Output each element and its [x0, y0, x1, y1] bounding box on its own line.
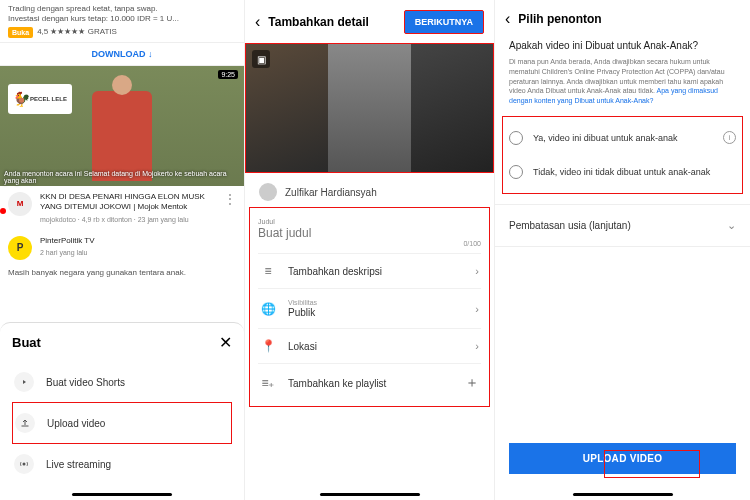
option-live[interactable]: Live streaming [12, 444, 232, 484]
header: ‹ Tambahkan detail BERIKUTNYA [245, 0, 494, 44]
plus-icon[interactable]: ＋ [465, 374, 479, 392]
option-label: Live streaming [46, 459, 111, 470]
promo-text: Trading dengan spread ketat, tanpa swap. [8, 4, 236, 14]
row-label: Tambahkan ke playlist [288, 378, 453, 389]
title-field[interactable]: Judul Buat judul 0/100 [258, 212, 481, 253]
description-icon: ≡ [260, 264, 276, 278]
channel-avatar[interactable]: M [8, 192, 32, 216]
screen-add-detail: ‹ Tambahkan detail BERIKUTNYA ▣ Zulfikar… [245, 0, 495, 500]
row-value: Publik [288, 307, 463, 318]
more-icon[interactable]: ⋮ [224, 192, 236, 206]
field-label: Judul [258, 218, 481, 225]
question-text: Apakah video ini Dibuat untuk Anak-Anak? [495, 38, 750, 53]
radio-icon [509, 131, 523, 145]
playlist-row[interactable]: ≡₊ Tambahkan ke playlist ＋ [258, 363, 481, 402]
thumbnail-presenter [92, 91, 152, 181]
user-row: Zulfikar Hardiansyah [245, 173, 494, 207]
row-label: Tambahkan deskripsi [288, 266, 463, 277]
header-title: Pilih penonton [518, 12, 740, 26]
chevron-right-icon: › [475, 340, 479, 352]
screen-home: Trading dengan spread ketat, tanpa swap.… [0, 0, 245, 500]
create-sheet: Buat ✕ Buat video Shorts Upload video Li… [0, 322, 244, 500]
screen-audience: ‹ Pilih penonton Apakah video ini Dibuat… [495, 0, 750, 500]
chevron-right-icon: › [475, 265, 479, 277]
info-icon[interactable]: i [723, 131, 736, 144]
user-name: Zulfikar Hardiansyah [285, 187, 377, 198]
radio-no[interactable]: Tidak, video ini tidak dibuat untuk anak… [509, 155, 736, 189]
live-icon [14, 454, 34, 474]
frame [328, 44, 410, 172]
sheet-title: Buat [12, 335, 41, 350]
next-button[interactable]: BERIKUTNYA [404, 10, 484, 34]
video-thumbnail[interactable]: 🐓PECEL LELE 9:25 Anda menonton acara ini… [0, 66, 244, 186]
live-dot-icon [0, 208, 6, 214]
frame [411, 44, 493, 172]
download-button[interactable]: DOWNLOAD ↓ [0, 43, 244, 66]
option-label: Buat video Shorts [46, 377, 125, 388]
misc-text: Masih banyak negara yang gunakan tentara… [0, 266, 244, 279]
video-item[interactable]: M KKN DI DESA PENARI HINGGA ELON MUSK YA… [0, 186, 244, 230]
audience-radios: Ya, video ini dibuat untuk anak-anak i T… [502, 116, 743, 194]
description-text: Di mana pun Anda berada, Anda diwajibkan… [495, 57, 750, 106]
details-section: Judul Buat judul 0/100 ≡ Tambahkan deskr… [249, 207, 490, 407]
row-label: Lokasi [288, 341, 463, 352]
age-restriction-row[interactable]: Pembatasan usia (lanjutan) ⌄ [495, 204, 750, 247]
home-indicator [320, 493, 420, 496]
row-sublabel: Visibilitas [288, 299, 463, 306]
video-title: KKN DI DESA PENARI HINGGA ELON MUSK YANG… [40, 192, 216, 213]
promo-text2: Investasi dengan kurs tetap: 10.000 IDR … [8, 14, 236, 24]
field-value: Buat judul [258, 226, 481, 240]
channel-time: 2 hari yang lalu [40, 248, 236, 257]
playlist-icon: ≡₊ [260, 376, 276, 390]
close-icon[interactable]: ✕ [219, 333, 232, 352]
radio-yes[interactable]: Ya, video ini dibuat untuk anak-anak i [509, 121, 736, 155]
thumbnail-sign: 🐓PECEL LELE [8, 84, 72, 114]
option-upload[interactable]: Upload video [12, 402, 232, 444]
home-indicator [72, 493, 172, 496]
shorts-icon [14, 372, 34, 392]
option-label: Upload video [47, 418, 105, 429]
chevron-down-icon: ⌄ [727, 219, 736, 232]
chevron-right-icon: › [475, 303, 479, 315]
promo-rating: 4,5 ★★★★★ GRATIS [37, 27, 117, 37]
channel-item[interactable]: P PinterPolitik TV 2 hari yang lalu [0, 230, 244, 266]
home-indicator [573, 493, 673, 496]
description-row[interactable]: ≡ Tambahkan deskripsi › [258, 253, 481, 288]
highlight-box [604, 450, 700, 478]
back-icon[interactable]: ‹ [255, 13, 260, 31]
header: ‹ Pilih penonton [495, 0, 750, 38]
duration-badge: 9:25 [218, 70, 238, 79]
location-row[interactable]: 📍 Lokasi › [258, 328, 481, 363]
visibility-row[interactable]: 🌐 Visibilitas Publik › [258, 288, 481, 328]
header-title: Tambahkan detail [268, 15, 395, 29]
video-preview[interactable]: ▣ [245, 43, 494, 173]
upload-icon [15, 413, 35, 433]
channel-avatar[interactable]: P [8, 236, 32, 260]
image-icon: ▣ [252, 50, 270, 68]
promo-banner[interactable]: Trading dengan spread ketat, tanpa swap.… [0, 0, 244, 43]
radio-label: Ya, video ini dibuat untuk anak-anak [533, 133, 713, 143]
svg-point-0 [23, 463, 26, 466]
globe-icon: 🌐 [260, 302, 276, 316]
caption-overlay: Anda menonton acara ini Selamat datang d… [4, 170, 240, 184]
location-icon: 📍 [260, 339, 276, 353]
radio-label: Tidak, video ini tidak dibuat untuk anak… [533, 167, 736, 177]
row-label: Pembatasan usia (lanjutan) [509, 220, 631, 231]
option-shorts[interactable]: Buat video Shorts [12, 362, 232, 402]
char-count: 0/100 [258, 240, 481, 247]
promo-badge: Buka [8, 27, 33, 38]
back-icon[interactable]: ‹ [505, 10, 510, 28]
radio-icon [509, 165, 523, 179]
channel-name: PinterPolitik TV [40, 236, 236, 246]
video-meta: mojokdotco · 4,9 rb x ditonton · 23 jam … [40, 215, 216, 224]
user-avatar[interactable] [259, 183, 277, 201]
